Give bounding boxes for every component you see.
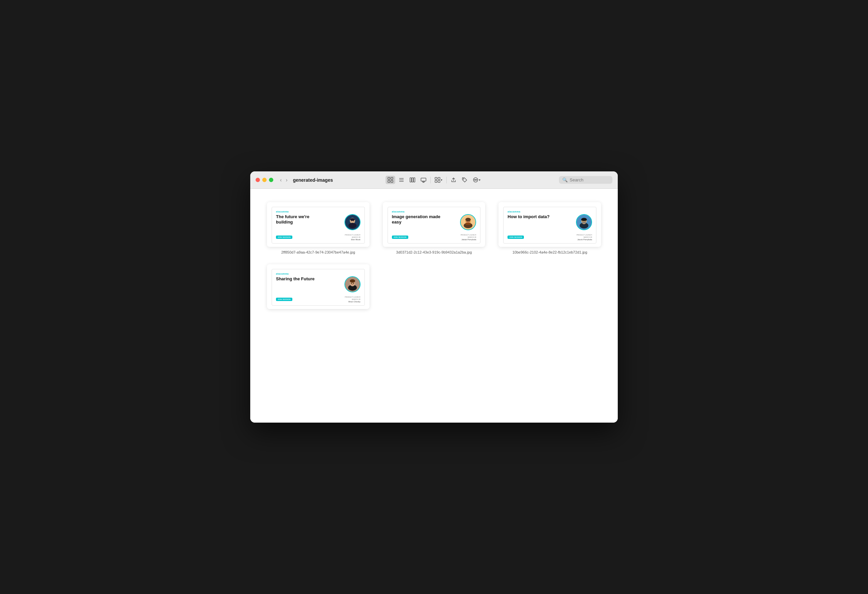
card-meta-2: PRODUCT LAUNCHMARCH 28 bbox=[461, 234, 477, 239]
svg-rect-48 bbox=[582, 222, 586, 223]
card-inner-3: atacamma How to import data? bbox=[503, 207, 596, 244]
view-grid-button[interactable] bbox=[385, 176, 395, 184]
svg-point-36 bbox=[467, 221, 468, 222]
card-footer-4: join session PRODUCT LAUNCHMARCH 28 Bria… bbox=[276, 296, 360, 303]
svg-rect-1 bbox=[391, 177, 393, 179]
card-content-row-1: The future we're building bbox=[276, 214, 360, 231]
more-button[interactable]: ▾ bbox=[471, 176, 483, 184]
jacob-avatar-svg bbox=[577, 215, 591, 229]
svg-point-28 bbox=[353, 220, 353, 221]
avatar-elon bbox=[345, 215, 360, 229]
brian-avatar-svg bbox=[345, 277, 360, 292]
card-4: atacamma Sharing the Future bbox=[267, 264, 369, 309]
svg-point-21 bbox=[477, 180, 477, 180]
card-brand-4: atacamma bbox=[276, 273, 360, 275]
card-avatar-2 bbox=[460, 214, 476, 230]
card-1: atacamma The future we're building bbox=[267, 202, 369, 247]
file-item-2[interactable]: atacamma Image generation made easy bbox=[383, 202, 486, 254]
avatar-jacob bbox=[577, 215, 591, 229]
card-speaker-2: Jakub Pomykala bbox=[461, 239, 476, 241]
svg-point-17 bbox=[464, 179, 464, 179]
traffic-lights bbox=[255, 178, 273, 182]
view-group-button[interactable]: ▾ bbox=[433, 176, 444, 184]
card-inner-1: atacamma The future we're building bbox=[272, 207, 365, 244]
back-button[interactable]: ‹ bbox=[279, 177, 283, 183]
svg-point-38 bbox=[467, 222, 469, 223]
tag-button[interactable] bbox=[460, 176, 469, 184]
svg-rect-16 bbox=[438, 180, 440, 182]
card-avatar-1 bbox=[344, 214, 360, 230]
card-badge-3: join session bbox=[508, 235, 524, 239]
card-title-2: Image generation made easy bbox=[392, 214, 443, 225]
minimize-button[interactable] bbox=[262, 178, 267, 182]
finder-window: ‹ › generated-images bbox=[250, 171, 618, 423]
card-brand-1: atacamma bbox=[276, 210, 360, 213]
file-item-3[interactable]: atacamma How to import data? bbox=[499, 202, 601, 254]
toolbar-view-controls: ▾ bbox=[385, 176, 483, 184]
card-badge-2: join session bbox=[392, 235, 408, 239]
svg-rect-14 bbox=[438, 177, 440, 179]
avatar-jakub bbox=[461, 215, 475, 229]
svg-point-46 bbox=[583, 221, 583, 222]
card-avatar-4 bbox=[344, 276, 360, 292]
card-badge-1: join session bbox=[276, 235, 292, 239]
jakub-avatar-svg bbox=[461, 215, 475, 229]
svg-rect-2 bbox=[388, 180, 390, 182]
svg-point-27 bbox=[351, 220, 351, 221]
svg-point-47 bbox=[585, 221, 585, 222]
fullscreen-button[interactable] bbox=[269, 178, 273, 182]
search-icon: 🔍 bbox=[562, 177, 568, 182]
filename-3: 10be966c-2102-4a4e-8e22-fb12c1eb72d1.jpg bbox=[512, 250, 588, 254]
svg-point-54 bbox=[351, 283, 352, 284]
svg-point-26 bbox=[350, 218, 355, 221]
card-3: atacamma How to import data? bbox=[499, 202, 601, 247]
card-title-4: Sharing the Future bbox=[276, 276, 315, 282]
file-content: atacamma The future we're building bbox=[250, 189, 618, 423]
svg-point-19 bbox=[474, 180, 475, 180]
more-icon bbox=[473, 177, 478, 183]
gallery-icon bbox=[421, 177, 426, 183]
svg-rect-0 bbox=[388, 177, 390, 179]
card-title-1: The future we're building bbox=[276, 214, 327, 225]
file-item-4[interactable]: atacamma Sharing the Future bbox=[267, 264, 369, 316]
view-list-button[interactable] bbox=[397, 176, 406, 184]
view-column-button[interactable] bbox=[407, 176, 417, 184]
file-item[interactable]: atacamma The future we're building bbox=[267, 202, 369, 254]
card-meta-1: PRODUCT LAUNCHMARCH 28 bbox=[345, 234, 360, 239]
share-icon bbox=[451, 177, 456, 183]
separator bbox=[430, 177, 431, 183]
share-button[interactable] bbox=[449, 176, 458, 184]
view-gallery-button[interactable] bbox=[419, 176, 428, 184]
svg-point-44 bbox=[581, 219, 587, 221]
card-footer-1: join session PRODUCT LAUNCHMARCH 28 Elon… bbox=[276, 234, 360, 241]
toolbar-right: 🔍 bbox=[559, 176, 613, 184]
forward-button[interactable]: › bbox=[284, 177, 289, 183]
card-title-3: How to import data? bbox=[508, 214, 550, 220]
avatar-brian bbox=[345, 277, 360, 292]
svg-rect-8 bbox=[412, 178, 413, 182]
svg-rect-15 bbox=[435, 180, 437, 182]
close-button[interactable] bbox=[255, 178, 260, 182]
svg-rect-7 bbox=[410, 178, 411, 182]
list-icon bbox=[399, 177, 404, 183]
svg-point-37 bbox=[469, 221, 470, 222]
card-footer-2: join session PRODUCT LAUNCHMARCH 28 Jaku… bbox=[392, 234, 477, 241]
card-2: atacamma Image generation made easy bbox=[383, 202, 486, 247]
card-inner-2: atacamma Image generation made easy bbox=[388, 207, 481, 244]
svg-point-33 bbox=[465, 218, 471, 221]
card-avatar-3 bbox=[576, 214, 592, 230]
card-content-row-4: Sharing the Future bbox=[276, 276, 360, 293]
search-input[interactable] bbox=[570, 177, 609, 182]
column-icon bbox=[410, 177, 415, 183]
folder-title: generated-images bbox=[293, 177, 333, 183]
tag-icon bbox=[462, 177, 467, 183]
svg-point-20 bbox=[475, 180, 476, 180]
svg-point-24 bbox=[348, 223, 356, 228]
search-box[interactable]: 🔍 bbox=[559, 176, 613, 184]
svg-rect-10 bbox=[421, 178, 426, 181]
grid-icon bbox=[388, 177, 393, 183]
svg-rect-9 bbox=[413, 178, 415, 182]
card-speaker-3: Jacob Pomykala bbox=[577, 239, 592, 241]
card-brand-3: atacamma bbox=[508, 210, 592, 213]
card-speaker-4: Brian Chesky bbox=[348, 301, 360, 303]
